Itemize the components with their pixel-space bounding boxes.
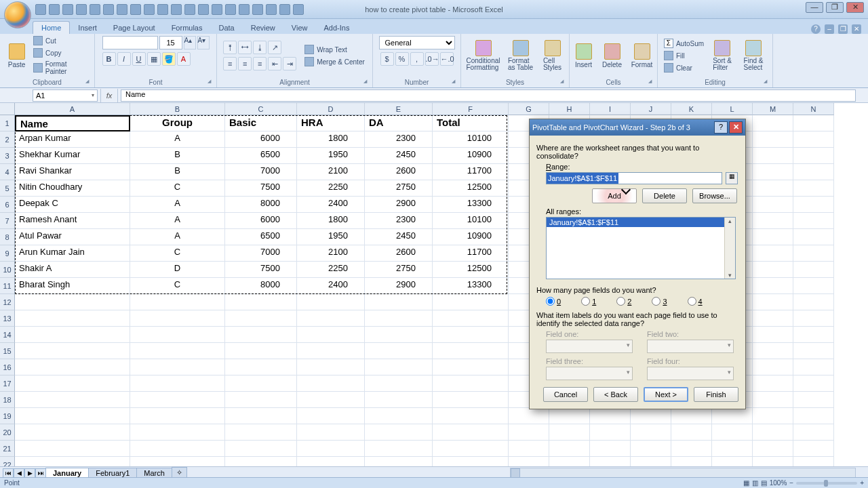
font-size-input[interactable] — [159, 36, 182, 49]
row-header[interactable]: 5 — [0, 180, 15, 197]
cell[interactable] — [509, 408, 549, 424]
col-header[interactable]: N — [793, 103, 834, 115]
cell[interactable] — [753, 392, 793, 408]
cell[interactable] — [753, 375, 793, 392]
qat-item[interactable] — [117, 4, 127, 15]
tab-add-ins[interactable]: Add-Ins — [315, 22, 357, 34]
cell[interactable] — [225, 327, 297, 343]
align-left-icon[interactable]: ≡ — [223, 57, 237, 70]
row-header[interactable]: 7 — [0, 213, 15, 229]
cell[interactable]: 11700 — [433, 164, 509, 180]
cell[interactable] — [225, 375, 297, 392]
cell[interactable]: C — [130, 278, 225, 294]
col-header[interactable]: C — [225, 103, 297, 115]
cell[interactable] — [753, 359, 793, 375]
cell[interactable] — [433, 408, 509, 424]
cell[interactable] — [365, 294, 433, 310]
page-field-option[interactable]: 0 — [546, 297, 561, 306]
font-color-button[interactable]: A — [177, 52, 191, 66]
qat-item[interactable] — [90, 4, 100, 15]
cell[interactable] — [15, 343, 130, 359]
cell[interactable] — [631, 408, 671, 424]
sort-filter-button[interactable]: Sort & Filter — [708, 37, 736, 75]
cell[interactable] — [753, 131, 793, 148]
cell[interactable] — [433, 375, 509, 392]
cell[interactable] — [365, 441, 433, 457]
cell[interactable] — [130, 424, 225, 441]
row-header[interactable]: 3 — [0, 148, 15, 164]
cell[interactable]: 2300 — [365, 213, 433, 229]
help-icon[interactable]: ? — [811, 24, 821, 34]
cell[interactable] — [793, 213, 834, 229]
cell[interactable] — [509, 424, 549, 441]
cell[interactable] — [793, 441, 834, 457]
cell[interactable] — [671, 408, 712, 424]
view-break-icon[interactable]: ▤ — [761, 479, 767, 487]
cell[interactable] — [365, 392, 433, 408]
col-header[interactable]: D — [297, 103, 365, 115]
cell[interactable] — [753, 424, 793, 441]
cell[interactable] — [793, 278, 834, 294]
cell[interactable] — [753, 197, 793, 213]
cell[interactable] — [549, 408, 590, 424]
cell[interactable] — [753, 180, 793, 197]
cell[interactable]: 2100 — [297, 164, 365, 180]
cell[interactable] — [15, 375, 130, 392]
cell[interactable] — [15, 424, 130, 441]
cell[interactable]: A — [130, 213, 225, 229]
cell[interactable] — [793, 310, 834, 327]
hscroll-thumb[interactable] — [511, 468, 520, 478]
bold-button[interactable]: B — [102, 52, 116, 66]
underline-button[interactable]: U — [132, 52, 146, 66]
row-header[interactable]: 20 — [0, 424, 15, 441]
border-button[interactable]: ▦ — [147, 52, 161, 66]
tab-review[interactable]: Review — [243, 22, 283, 34]
cancel-button[interactable]: Cancel — [543, 387, 588, 402]
qat-item[interactable] — [130, 4, 141, 15]
cell[interactable] — [297, 408, 365, 424]
paste-button[interactable]: Paste — [4, 37, 29, 75]
page-field-option[interactable]: 2 — [616, 297, 631, 306]
qat-dropdown-icon[interactable] — [293, 4, 304, 15]
range-collapse-icon[interactable]: ▦ — [726, 172, 738, 184]
cell[interactable]: Deepak C — [15, 197, 130, 213]
cell[interactable] — [15, 408, 130, 424]
currency-icon[interactable]: $ — [380, 52, 394, 66]
find-select-button[interactable]: Find & Select — [739, 37, 768, 75]
italic-button[interactable]: I — [117, 52, 131, 66]
next-button[interactable]: Next > — [644, 387, 688, 402]
mdi-restore-icon[interactable]: ❐ — [838, 24, 848, 34]
cell[interactable] — [365, 375, 433, 392]
cell[interactable]: Shakir A — [15, 262, 130, 278]
cell[interactable]: 13300 — [433, 197, 509, 213]
cell[interactable]: Atul Pawar — [15, 229, 130, 245]
office-button[interactable] — [4, 1, 31, 28]
cell[interactable] — [549, 441, 590, 457]
col-header[interactable]: M — [753, 103, 793, 115]
cell[interactable] — [15, 359, 130, 375]
cell[interactable] — [793, 375, 834, 392]
row-header[interactable]: 2 — [0, 131, 15, 148]
cell[interactable] — [365, 359, 433, 375]
format-cell-button[interactable]: Format — [628, 37, 656, 75]
cell[interactable] — [15, 441, 130, 457]
shrink-font-icon[interactable]: A▾ — [197, 36, 210, 49]
browse-button[interactable]: Browse... — [692, 188, 737, 203]
clear-button[interactable]: Clear — [663, 62, 705, 73]
qat-save-icon[interactable] — [35, 4, 46, 15]
cell[interactable]: C — [130, 180, 225, 197]
name-box[interactable]: A1 — [33, 89, 98, 102]
qat-item[interactable] — [184, 4, 195, 15]
cell[interactable]: 12500 — [433, 262, 509, 278]
cell[interactable] — [753, 115, 793, 131]
cell[interactable] — [433, 441, 509, 457]
fx-icon[interactable]: fx — [100, 89, 118, 102]
cell[interactable] — [130, 392, 225, 408]
cell[interactable] — [433, 327, 509, 343]
cell[interactable] — [793, 343, 834, 359]
sheet-nav-prev-icon[interactable]: ◀ — [14, 468, 24, 478]
col-header[interactable]: E — [365, 103, 433, 115]
cell[interactable]: 2900 — [365, 278, 433, 294]
comma-icon[interactable]: , — [410, 52, 424, 66]
cell[interactable]: 2750 — [365, 180, 433, 197]
